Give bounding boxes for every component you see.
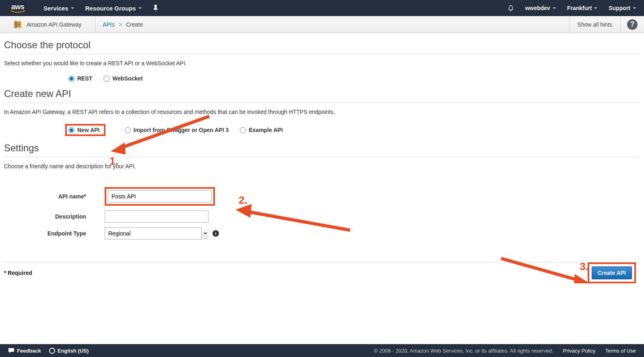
chevron-down-icon [71,7,74,9]
nav-services[interactable]: Services [43,5,74,12]
create-api-button-label: Create API [598,270,626,276]
radio-websocket[interactable]: WebSocket [103,75,142,82]
info-icon[interactable]: i [213,230,219,237]
annotation-highlight-2 [105,187,215,206]
radio-rest-label: REST [77,75,92,82]
nav-resource-groups[interactable]: Resource Groups [85,5,142,12]
radio-example[interactable]: Example API [240,127,283,133]
radio-rest-input[interactable] [68,76,74,82]
breadcrumb-bar: Amazon API Gateway APIs > Create Show al… [0,16,644,33]
bell-icon [508,5,514,11]
nav-support-label: Support [609,5,630,11]
pin-icon [153,5,159,11]
divider [95,16,95,33]
breadcrumb-current: Create [126,21,143,28]
section-create-title: Create new API [4,85,640,103]
svg-rect-3 [15,24,20,25]
radio-new-api[interactable]: New API [68,127,100,133]
nav-notifications[interactable] [508,5,514,11]
nav-region-label: Frankfurt [567,5,592,11]
section-create-desc: In Amazon API Gateway, a REST API refers… [4,109,640,115]
svg-rect-4 [15,26,20,27]
radio-new-api-input[interactable] [68,127,74,133]
endpoint-type-label: Endpoint Type [4,230,105,237]
show-hints-label: Show all hints [578,21,612,28]
radio-import[interactable]: Import from Swagger or Open API 3 [125,127,229,133]
radio-new-api-label: New API [77,127,100,133]
create-api-button[interactable]: Create API [592,266,632,279]
section-settings-desc: Choose a friendly name and description f… [4,163,640,169]
api-gateway-icon [13,20,23,29]
nav-resource-groups-label: Resource Groups [85,5,136,12]
annotation-highlight-3: Create API [588,262,636,283]
chevron-down-icon [594,7,597,9]
nav-services-label: Services [43,5,68,12]
api-name-label: API name* [4,193,105,200]
breadcrumb-apis[interactable]: APIs [103,21,115,28]
chevron-down-icon [633,7,636,9]
nav-pin[interactable] [153,5,159,11]
radio-import-input[interactable] [125,127,131,133]
endpoint-type-select[interactable]: Regional [105,227,208,239]
radio-rest[interactable]: REST [68,75,92,82]
radio-import-label: Import from Swagger or Open API 3 [134,127,229,133]
radio-example-label: Example API [249,127,283,133]
radio-websocket-label: WebSocket [112,75,142,82]
nav-support[interactable]: Support [609,5,636,11]
nav-user-label: wwebdev [525,5,550,11]
top-navbar: aws Services Resource Groups wwebdev Fra… [0,0,644,16]
description-label: Description [4,213,105,220]
radio-websocket-input[interactable] [103,76,109,82]
breadcrumb-service: Amazon API Gateway [27,21,88,28]
nav-user[interactable]: wwebdev [525,5,556,11]
help-icon[interactable]: ? [627,19,638,30]
section-protocol-title: Choose the protocol [4,36,640,54]
annotation-highlight-1: New API [65,124,105,136]
show-all-hints[interactable]: Show all hints [569,16,621,33]
svg-rect-2 [15,23,20,23]
chevron-down-icon [138,7,142,9]
aws-logo[interactable]: aws [8,3,27,13]
required-note: * Required [4,270,32,276]
api-name-input[interactable] [108,190,212,202]
description-input[interactable] [105,210,208,223]
chevron-down-icon [553,7,556,9]
nav-region[interactable]: Frankfurt [567,5,597,11]
breadcrumb-sep: > [119,21,122,28]
radio-example-input[interactable] [240,127,246,133]
section-protocol-desc: Select whether you would like to create … [4,60,640,66]
section-settings-title: Settings [4,139,640,157]
